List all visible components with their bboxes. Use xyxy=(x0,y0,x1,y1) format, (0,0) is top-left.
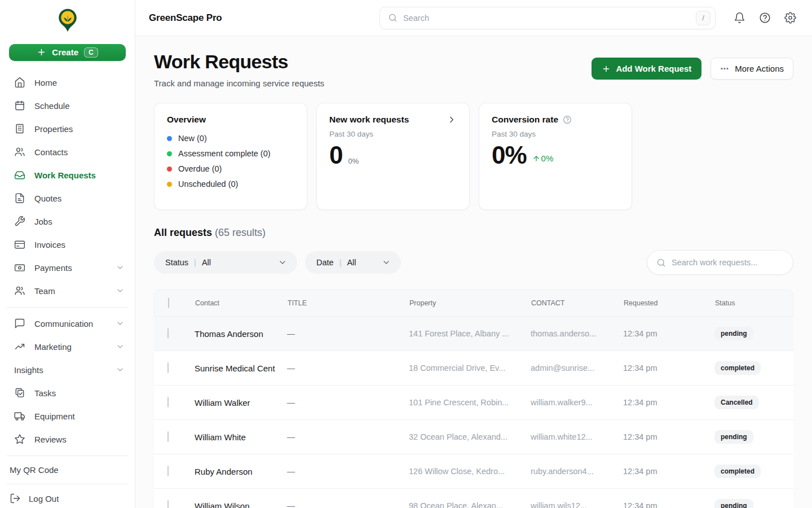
content: Work Requests Track and manage incoming … xyxy=(135,36,812,508)
overview-item-label: New (0) xyxy=(178,134,207,143)
table-row[interactable]: William White—32 Ocean Place, Alexand...… xyxy=(154,420,793,454)
sidebar-item-tasks[interactable]: Tasks xyxy=(5,382,130,405)
sidebar-item-label: Tasks xyxy=(34,388,56,398)
cell-requested: 12:34 pm xyxy=(623,398,714,407)
cell-contact-email: admin@sunrise... xyxy=(531,364,623,373)
cell-contact-name: Ruby Anderson xyxy=(195,467,287,476)
add-work-request-button[interactable]: Add Work Request xyxy=(592,58,701,80)
work-requests-search-input[interactable] xyxy=(672,258,784,267)
conversion-rate-title: Conversion rate xyxy=(492,115,558,125)
sidebar-item-properties[interactable]: Properties xyxy=(5,117,130,141)
conversion-rate-period: Past 30 days xyxy=(492,130,619,138)
chevron-down-icon xyxy=(116,263,125,272)
sidebar: Create C HomeSchedulePropertiesContactsW… xyxy=(0,0,135,508)
new-work-requests-card[interactable]: New work requests Past 30 days 0 0% xyxy=(316,103,470,210)
table-row[interactable]: Ruby Anderson—126 Willow Close, Kedro...… xyxy=(154,454,793,489)
help-icon[interactable] xyxy=(759,12,771,24)
status-filter-value: All xyxy=(202,258,211,267)
sidebar-item-quotes[interactable]: Quotes xyxy=(5,187,130,210)
more-actions-button[interactable]: ⋯ More Actions xyxy=(710,58,793,80)
table-row[interactable]: Sunrise Medical Cent—18 Commercial Drive… xyxy=(154,351,793,386)
cell-contact-name: Thomas Anderson xyxy=(195,329,287,339)
sidebar-item-work-requests[interactable]: Work Requests xyxy=(5,164,130,187)
new-work-requests-value: 0 xyxy=(329,143,342,168)
my-qr-code-label: My QR Code xyxy=(10,465,59,475)
cell-contact-name: William White xyxy=(195,432,287,442)
sidebar-nav-secondary: CommunicationMarketingInsightsTasksEquip… xyxy=(0,312,135,451)
work-requests-table: ContactTITLEPropertyCONTACTRequestedStat… xyxy=(154,290,793,508)
table-row[interactable]: William Walker—101 Pine Crescent, Robin.… xyxy=(154,386,793,420)
sidebar-item-log-out[interactable]: Log Out xyxy=(0,489,135,508)
sidebar-item-equipment[interactable]: Equipment xyxy=(5,405,130,428)
sidebar-item-label: Insights xyxy=(14,365,43,375)
chat-icon xyxy=(14,318,25,329)
sidebar-item-jobs[interactable]: Jobs xyxy=(5,210,130,233)
sidebar-item-contacts[interactable]: Contacts xyxy=(5,141,130,164)
sidebar-item-team[interactable]: Team xyxy=(5,279,130,303)
sidebar-item-label: Marketing xyxy=(34,342,72,352)
all-requests-heading: All requests (65 results) xyxy=(154,227,793,239)
create-button[interactable]: Create C xyxy=(9,44,126,61)
sidebar-item-invoices[interactable]: Invoices xyxy=(5,233,130,256)
table-row[interactable]: William Wilson—98 Ocean Place, Alexan...… xyxy=(154,489,793,508)
row-checkbox[interactable] xyxy=(167,500,169,508)
create-shortcut-badge: C xyxy=(84,47,98,58)
sidebar-item-marketing[interactable]: Marketing xyxy=(5,335,130,358)
help-circle-icon[interactable] xyxy=(563,115,572,124)
main-area: GreenScape Pro / Work Requests Track and… xyxy=(135,0,812,508)
settings-gear-icon[interactable] xyxy=(784,12,796,24)
sidebar-item-home[interactable]: Home xyxy=(5,71,130,94)
cell-title: — xyxy=(287,432,409,441)
cell-title: — xyxy=(287,364,409,373)
row-checkbox[interactable] xyxy=(167,397,169,408)
sidebar-item-insights[interactable]: Insights xyxy=(5,358,130,382)
cell-contact-email: thomas.anderso... xyxy=(531,329,623,338)
overview-item: Overdue (0) xyxy=(167,164,294,173)
cell-requested: 12:34 pm xyxy=(623,432,714,441)
column-header-title: TITLE xyxy=(288,299,409,307)
sidebar-divider xyxy=(7,456,128,456)
status-filter[interactable]: Status | All xyxy=(154,251,297,274)
column-header-contact: Contact xyxy=(195,299,288,307)
new-work-requests-period: Past 30 days xyxy=(329,130,457,138)
select-all-checkbox[interactable] xyxy=(168,297,169,308)
date-filter-value: All xyxy=(347,258,356,267)
users-icon xyxy=(14,146,25,157)
sidebar-item-schedule[interactable]: Schedule xyxy=(5,94,130,117)
overview-item: Unscheduled (0) xyxy=(167,179,294,189)
status-dot xyxy=(167,151,172,156)
sidebar-item-my-qr-code[interactable]: My QR Code xyxy=(0,460,135,479)
table-row[interactable]: Thomas Anderson—141 Forest Place, Albany… xyxy=(154,317,793,351)
row-checkbox[interactable] xyxy=(167,431,169,442)
sidebar-divider xyxy=(7,484,128,484)
row-checkbox[interactable] xyxy=(167,466,169,476)
sidebar-item-reviews[interactable]: Reviews xyxy=(5,428,130,451)
sidebar-item-payments[interactable]: Payments xyxy=(5,256,130,279)
chevron-down-icon xyxy=(278,258,287,267)
notifications-bell-icon[interactable] xyxy=(734,12,745,24)
new-work-requests-title: New work requests xyxy=(329,115,409,125)
wrench-icon xyxy=(14,216,25,227)
column-header-property: Property xyxy=(409,299,531,307)
row-checkbox[interactable] xyxy=(167,362,169,373)
status-badge: completed xyxy=(714,465,761,478)
row-checkbox[interactable] xyxy=(167,328,169,339)
column-header-requested: Requested xyxy=(624,299,715,307)
cell-title: — xyxy=(287,501,409,508)
work-requests-search[interactable] xyxy=(647,250,793,275)
log-out-icon xyxy=(10,493,21,504)
overview-item: Assessment complete (0) xyxy=(167,149,294,158)
global-search-input[interactable] xyxy=(403,14,690,23)
status-badge: pending xyxy=(714,430,753,444)
table-header-row: ContactTITLEPropertyCONTACTRequestedStat… xyxy=(154,290,793,317)
sidebar-item-communication[interactable]: Communication xyxy=(5,312,130,335)
date-filter-label: Date xyxy=(316,258,334,267)
chevron-down-icon xyxy=(116,342,125,351)
cell-contact-name: Sunrise Medical Cent xyxy=(195,364,287,373)
date-filter[interactable]: Date | All xyxy=(305,251,401,274)
topbar: GreenScape Pro / xyxy=(135,0,812,36)
calendar-icon xyxy=(14,100,25,111)
overview-item-label: Overdue (0) xyxy=(178,164,222,173)
chevron-right-icon[interactable] xyxy=(447,115,457,125)
global-search[interactable]: / xyxy=(379,7,716,29)
